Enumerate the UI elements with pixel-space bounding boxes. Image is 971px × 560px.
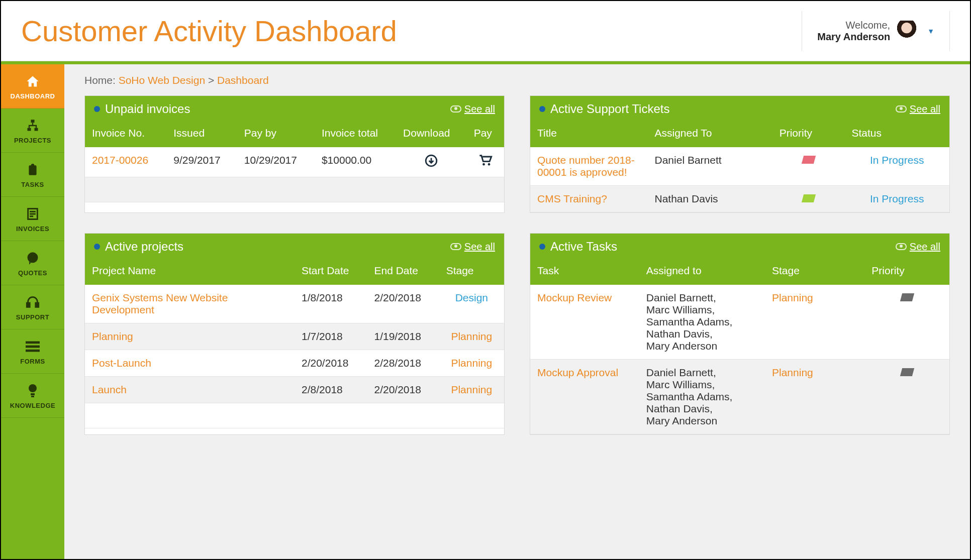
cell-assigned: Daniel Barnett [648,147,772,186]
list-icon [26,338,40,356]
breadcrumb-home: Home: [84,74,119,86]
eye-icon [450,243,461,250]
sidebar-item-label: PROJECTS [14,137,51,144]
svg-rect-15 [31,396,34,397]
panel-dot-icon [539,106,545,112]
svg-rect-11 [26,346,40,348]
panel-header: Active Support Tickets See all [530,96,949,122]
user-menu[interactable]: Welcome, Mary Anderson ▼ [802,11,950,51]
user-name: Mary Anderson [817,31,890,43]
cell-end: 2/20/2018 [367,377,439,403]
svg-point-18 [488,163,490,166]
document-lines-icon [26,205,40,223]
sidebar-item-dashboard[interactable]: DASHBOARD [1,64,64,108]
cell-start: 1/7/2018 [295,323,367,350]
task-name-link[interactable]: Mockup Review [530,285,639,360]
panel-header: Active projects See all [85,234,504,260]
task-name-link[interactable]: Mockup Approval [530,360,639,434]
sidebar-item-label: QUOTES [18,269,47,277]
project-name-link[interactable]: Genix Systems New Website Development [85,285,295,323]
page-title: Customer Activity Dashboard [21,14,397,48]
svg-point-7 [28,252,38,263]
cell-assigned: Daniel Barnett, Marc Williams, Samantha … [639,285,765,360]
panel-active-tasks: Active Tasks See all Task Assigned to St… [530,233,950,435]
stage-link[interactable]: Planning [439,377,504,403]
avatar [896,21,917,42]
status-link[interactable]: In Progress [844,147,949,186]
see-all-link[interactable]: See all [896,103,940,115]
cell-issued: 9/29/2017 [166,147,237,177]
svg-point-17 [482,163,485,166]
cell-start: 1/8/2018 [295,285,367,323]
stage-link[interactable]: Design [439,285,504,323]
table-row [85,177,504,202]
sidebar-item-forms[interactable]: FORMS [1,329,64,374]
panel-active-projects: Active projects See all Project Name Sta… [84,233,505,435]
status-link[interactable]: In Progress [844,186,949,212]
cell-payby: 10/29/2017 [237,147,315,177]
svg-rect-2 [35,128,38,131]
table-row: 2017-00026 9/29/2017 10/29/2017 $10000.0… [85,147,504,177]
svg-rect-10 [26,342,40,344]
table-row: Launch 2/8/2018 2/20/2018 Planning [85,377,504,403]
panel-dot-icon [94,106,100,112]
panel-unpaid-invoices: Unpaid invoices See all Invoice No. Issu… [84,95,505,213]
table-header-row: Task Assigned to Stage Priority [530,260,949,285]
panel-support-tickets: Active Support Tickets See all Title Ass… [530,95,950,213]
svg-rect-8 [27,303,30,307]
svg-rect-12 [26,350,40,352]
sidebar-item-knowledge[interactable]: KNOWLEDGE [1,374,64,418]
cart-icon[interactable] [478,154,493,169]
cell-total: $10000.00 [315,147,396,177]
panel-dot-icon [94,244,100,250]
header: Customer Activity Dashboard Welcome, Mar… [1,1,970,61]
cell-end: 2/20/2018 [367,285,439,323]
stage-link[interactable]: Planning [765,360,864,434]
invoice-number-link[interactable]: 2017-00026 [85,147,166,177]
table-header-row: Title Assigned To Priority Status [530,122,949,147]
breadcrumb-page[interactable]: Dashboard [217,74,269,86]
project-name-link[interactable]: Planning [85,323,295,350]
stage-link[interactable]: Planning [765,285,864,360]
table-row [85,403,504,428]
hierarchy-icon [25,117,40,135]
sidebar: DASHBOARD PROJECTS TASKS INVOICES QUOTES… [1,64,64,559]
main-content: Home: SoHo Web Design > Dashboard Unpaid… [64,64,970,559]
svg-rect-14 [31,393,35,395]
sidebar-item-label: INVOICES [16,225,49,233]
see-all-link[interactable]: See all [896,241,940,253]
sidebar-item-projects[interactable]: PROJECTS [1,108,64,153]
see-all-link[interactable]: See all [450,241,495,253]
sidebar-item-tasks[interactable]: TASKS [1,153,64,197]
breadcrumb: Home: SoHo Web Design > Dashboard [84,74,950,86]
breadcrumb-org[interactable]: SoHo Web Design [119,74,205,86]
stage-link[interactable]: Planning [439,323,504,350]
project-name-link[interactable]: Launch [85,377,295,403]
panel-title: Active Tasks [550,240,617,254]
ticket-title-link[interactable]: Quote number 2018-00001 is approved! [530,147,648,186]
cell-end: 1/19/2018 [367,323,439,350]
panel-dot-icon [539,244,545,250]
table-header-row: Project Name Start Date End Date Stage [85,260,504,285]
sidebar-item-invoices[interactable]: INVOICES [1,197,64,241]
cell-start: 2/20/2018 [295,350,367,377]
see-all-link[interactable]: See all [450,103,495,115]
download-icon[interactable] [425,154,438,170]
panel-header: Unpaid invoices See all [85,96,504,122]
table-row: Planning 1/7/2018 1/19/2018 Planning [85,323,504,350]
sidebar-item-support[interactable]: SUPPORT [1,285,64,329]
ticket-title-link[interactable]: CMS Training? [530,186,648,212]
eye-icon [896,243,907,250]
cell-assigned: Nathan Davis [648,186,772,212]
svg-rect-1 [28,128,31,131]
panel-title: Active projects [105,240,183,254]
stage-link[interactable]: Planning [439,350,504,377]
table-row: Mockup Review Daniel Barnett, Marc Willi… [530,285,949,360]
chevron-down-icon[interactable]: ▼ [927,27,934,35]
eye-icon [896,105,907,113]
eye-icon [450,105,461,113]
headset-icon [25,293,40,311]
project-name-link[interactable]: Post-Launch [85,350,295,377]
sidebar-item-quotes[interactable]: QUOTES [1,241,64,285]
home-icon [25,72,40,90]
